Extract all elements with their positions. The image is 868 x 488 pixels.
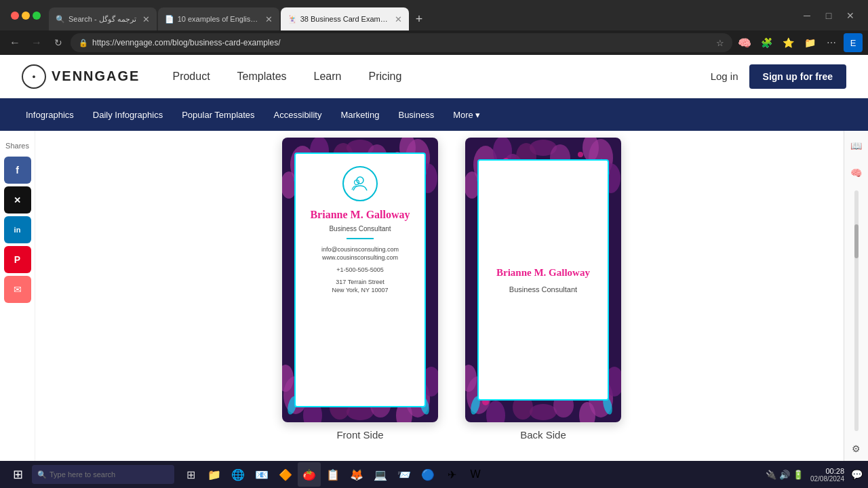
scrollbar-track[interactable] [854,190,859,431]
signup-button[interactable]: Sign up for free [749,64,846,89]
pinterest-share[interactable]: P [4,246,31,273]
new-tab-button[interactable]: + [410,7,429,30]
front-card-label: Front Side [336,429,383,441]
tab-3-close[interactable]: ✕ [395,14,402,24]
taskbar-mail[interactable]: 📧 [250,462,273,487]
browser-chrome: 🔍 Search - ترجمه گوگل ✕ 📄 10 examples of… [0,0,868,30]
network-icon[interactable]: 🔌 [766,470,776,480]
minimize-window[interactable]: ─ [797,6,816,25]
back-button[interactable]: ← [5,33,24,52]
nav-templates[interactable]: Templates [237,70,287,83]
reader-view-icon[interactable]: 📖 [847,136,866,155]
nav-learn[interactable]: Learn [314,70,342,83]
scrollbar-thumb[interactable] [854,224,859,258]
svg-point-49 [578,152,583,157]
secondary-nav-business[interactable]: Business [389,98,443,131]
secondary-nav-daily[interactable]: Daily Infographics [83,98,172,131]
taskbar-apps: ⊞ 📁 🌐 📧 🔶 🍅 📋 🦊 💻 📨 🔵 ✈ W [179,462,487,487]
nav-actions: Log in Sign up for free [711,64,846,89]
tab-1-title: Search - ترجمه گوگل [68,15,136,24]
tab-2-close[interactable]: ✕ [265,14,273,24]
facebook-share[interactable]: f [4,157,31,184]
battery-icon[interactable]: 🔊 [779,470,790,480]
tab-3[interactable]: 🃏 38 Business Card Examples, Idea... ✕ [281,7,409,30]
nav-links: Product Templates Learn Pricing [172,70,710,83]
collection-button[interactable]: 📁 [800,33,819,52]
taskbar: ⊞ 🔍 ⊞ 📁 🌐 📧 🔶 🍅 📋 🦊 💻 📨 🔵 ✈ W 🔌 🔊 🔋 00:2… [0,461,868,488]
maximize-window[interactable]: □ [819,6,838,25]
logo-icon: ● [22,64,46,89]
secondary-nav-more[interactable]: More ▾ [443,98,490,131]
favorites-button[interactable]: ⭐ [778,33,797,52]
clock-date: 02/08/2024 [810,475,844,483]
settings-icon[interactable]: ⚙ [847,439,866,458]
ai-brain-icon[interactable]: 🧠 [847,163,866,182]
card-person-icon [342,166,378,201]
tab-3-title: 38 Business Card Examples, Idea... [300,15,389,23]
secondary-nav-accessibility[interactable]: Accessibility [264,98,332,131]
taskbar-apps-button[interactable]: ⊞ [179,462,202,487]
volume-icon[interactable]: 🔋 [793,470,804,480]
extensions-button[interactable]: 🧩 [757,33,776,52]
taskbar-app5[interactable]: 💻 [369,462,392,487]
edge-button[interactable]: E [844,33,863,52]
login-button[interactable]: Log in [711,70,738,82]
taskbar-app6[interactable]: 📨 [393,462,416,487]
clock-time: 00:28 [810,467,844,475]
secondary-nav-marketing[interactable]: Marketing [331,98,389,131]
front-card-section: Brianne M. Galloway Business Consultant … [282,138,438,441]
close-window[interactable]: ✕ [841,6,860,25]
venngage-logo[interactable]: ● VENNGAGE [22,64,140,89]
card-front-title: Business Consultant [329,225,391,232]
nav-pricing[interactable]: Pricing [368,70,401,83]
front-card-inner: Brianne M. Galloway Business Consultant … [294,152,426,407]
card-address1: 317 Terrain Street [336,279,384,285]
taskbar-app8[interactable]: ✈ [440,462,463,487]
copilot-button[interactable]: 🧠 [735,33,754,52]
star-icon[interactable]: ☆ [716,38,724,48]
nav-product[interactable]: Product [172,70,210,83]
back-card-inner: Brianne M. Galloway Business Consultant [477,159,609,401]
tab-2[interactable]: 📄 10 examples of English business... ✕ [158,7,279,30]
lock-icon: 🔒 [79,39,88,47]
back-card-label: Back Side [520,429,566,441]
tab-1-close[interactable]: ✕ [142,14,150,24]
notifications-icon[interactable]: 💬 [851,469,863,480]
url-bar[interactable]: 🔒 https://venngage.com/blog/business-car… [71,33,732,52]
taskbar-word[interactable]: W [464,462,487,487]
taskbar-search[interactable]: 🔍 [32,465,174,484]
secondary-nav-infographics[interactable]: Infographics [16,98,83,131]
close-btn[interactable] [11,12,19,20]
card-address2: New York, NY 10007 [332,287,389,293]
card-back-name: Brianne M. Galloway [496,266,590,280]
taskbar-browser[interactable]: 🌐 [226,462,250,487]
back-card-section: Brianne M. Galloway Business Consultant … [465,138,621,441]
taskbar-file-explorer[interactable]: 📁 [203,462,226,487]
more-button[interactable]: ⋯ [822,33,841,52]
twitter-share[interactable]: ✕ [4,186,31,214]
secondary-nav-popular[interactable]: Popular Templates [172,98,264,131]
start-button[interactable]: ⊞ [5,462,30,487]
taskbar-app1[interactable]: 🔶 [274,462,297,487]
minimize-btn[interactable] [22,12,30,20]
taskbar-app4[interactable]: 🦊 [345,462,368,487]
main-content: Shares f ✕ in P ✉ [0,131,868,461]
tab-bar: 🔍 Search - ترجمه گوگل ✕ 📄 10 examples of… [49,0,795,30]
taskbar-app3[interactable]: 📋 [321,462,344,487]
refresh-button[interactable]: ↻ [49,33,68,52]
card-front-name: Brianne M. Galloway [310,208,410,222]
taskbar-app7[interactable]: 🔵 [416,462,439,487]
address-bar: ← → ↻ 🔒 https://venngage.com/blog/busine… [0,30,868,55]
email-share[interactable]: ✉ [4,276,31,303]
maximize-btn[interactable] [33,12,41,20]
forward-button[interactable]: → [27,33,46,52]
taskbar-app2[interactable]: 🍅 [298,462,321,487]
back-card: Brianne M. Galloway Business Consultant [465,138,621,422]
card-email: info@cousinsconsulting.com [321,246,399,253]
linkedin-share[interactable]: in [4,216,31,243]
url-text: https://venngage.com/blog/business-card-… [92,38,280,47]
search-icon: 🔍 [37,470,47,479]
tab-1[interactable]: 🔍 Search - ترجمه گوگل ✕ [49,7,157,30]
cards-content: Brianne M. Galloway Business Consultant … [35,131,868,461]
search-input[interactable] [50,470,155,479]
